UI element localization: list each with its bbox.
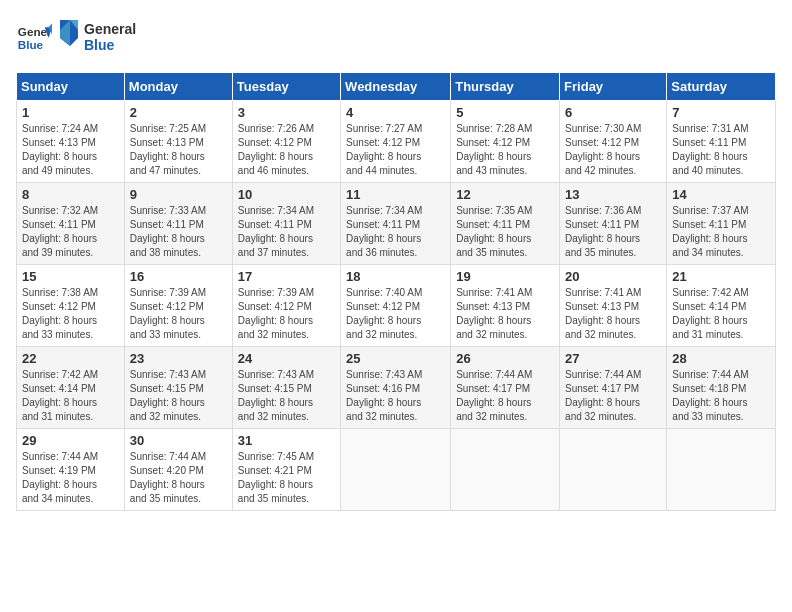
- logo-icon: General Blue: [16, 20, 52, 56]
- calendar-cell: 21 Sunrise: 7:42 AM Sunset: 4:14 PM Dayl…: [667, 265, 776, 347]
- calendar-week-5: 29 Sunrise: 7:44 AM Sunset: 4:19 PM Dayl…: [17, 429, 776, 511]
- weekday-header-sunday: Sunday: [17, 73, 125, 101]
- day-number: 13: [565, 187, 661, 202]
- weekday-header-saturday: Saturday: [667, 73, 776, 101]
- calendar-cell: 28 Sunrise: 7:44 AM Sunset: 4:18 PM Dayl…: [667, 347, 776, 429]
- day-info: Sunrise: 7:45 AM Sunset: 4:21 PM Dayligh…: [238, 450, 335, 506]
- calendar-cell: [451, 429, 560, 511]
- day-info: Sunrise: 7:44 AM Sunset: 4:19 PM Dayligh…: [22, 450, 119, 506]
- day-number: 28: [672, 351, 770, 366]
- day-number: 26: [456, 351, 554, 366]
- day-info: Sunrise: 7:34 AM Sunset: 4:11 PM Dayligh…: [346, 204, 445, 260]
- day-number: 29: [22, 433, 119, 448]
- day-info: Sunrise: 7:43 AM Sunset: 4:16 PM Dayligh…: [346, 368, 445, 424]
- day-number: 11: [346, 187, 445, 202]
- day-info: Sunrise: 7:40 AM Sunset: 4:12 PM Dayligh…: [346, 286, 445, 342]
- calendar-cell: 31 Sunrise: 7:45 AM Sunset: 4:21 PM Dayl…: [232, 429, 340, 511]
- calendar-cell: 27 Sunrise: 7:44 AM Sunset: 4:17 PM Dayl…: [560, 347, 667, 429]
- calendar-cell: 29 Sunrise: 7:44 AM Sunset: 4:19 PM Dayl…: [17, 429, 125, 511]
- day-info: Sunrise: 7:41 AM Sunset: 4:13 PM Dayligh…: [565, 286, 661, 342]
- day-info: Sunrise: 7:43 AM Sunset: 4:15 PM Dayligh…: [238, 368, 335, 424]
- calendar-cell: 12 Sunrise: 7:35 AM Sunset: 4:11 PM Dayl…: [451, 183, 560, 265]
- day-number: 20: [565, 269, 661, 284]
- calendar-cell: 17 Sunrise: 7:39 AM Sunset: 4:12 PM Dayl…: [232, 265, 340, 347]
- day-number: 21: [672, 269, 770, 284]
- day-info: Sunrise: 7:43 AM Sunset: 4:15 PM Dayligh…: [130, 368, 227, 424]
- calendar-cell: 19 Sunrise: 7:41 AM Sunset: 4:13 PM Dayl…: [451, 265, 560, 347]
- calendar-week-3: 15 Sunrise: 7:38 AM Sunset: 4:12 PM Dayl…: [17, 265, 776, 347]
- day-info: Sunrise: 7:24 AM Sunset: 4:13 PM Dayligh…: [22, 122, 119, 178]
- calendar-body: 1 Sunrise: 7:24 AM Sunset: 4:13 PM Dayli…: [17, 101, 776, 511]
- day-info: Sunrise: 7:39 AM Sunset: 4:12 PM Dayligh…: [130, 286, 227, 342]
- calendar-cell: 7 Sunrise: 7:31 AM Sunset: 4:11 PM Dayli…: [667, 101, 776, 183]
- weekday-row: SundayMondayTuesdayWednesdayThursdayFrid…: [17, 73, 776, 101]
- day-info: Sunrise: 7:30 AM Sunset: 4:12 PM Dayligh…: [565, 122, 661, 178]
- weekday-header-monday: Monday: [124, 73, 232, 101]
- day-number: 27: [565, 351, 661, 366]
- calendar-cell: 3 Sunrise: 7:26 AM Sunset: 4:12 PM Dayli…: [232, 101, 340, 183]
- day-number: 22: [22, 351, 119, 366]
- day-info: Sunrise: 7:41 AM Sunset: 4:13 PM Dayligh…: [456, 286, 554, 342]
- day-number: 1: [22, 105, 119, 120]
- day-info: Sunrise: 7:33 AM Sunset: 4:11 PM Dayligh…: [130, 204, 227, 260]
- calendar-cell: 13 Sunrise: 7:36 AM Sunset: 4:11 PM Dayl…: [560, 183, 667, 265]
- calendar-cell: 16 Sunrise: 7:39 AM Sunset: 4:12 PM Dayl…: [124, 265, 232, 347]
- day-number: 19: [456, 269, 554, 284]
- day-info: Sunrise: 7:26 AM Sunset: 4:12 PM Dayligh…: [238, 122, 335, 178]
- calendar-cell: 10 Sunrise: 7:34 AM Sunset: 4:11 PM Dayl…: [232, 183, 340, 265]
- day-number: 30: [130, 433, 227, 448]
- calendar-cell: 22 Sunrise: 7:42 AM Sunset: 4:14 PM Dayl…: [17, 347, 125, 429]
- day-number: 4: [346, 105, 445, 120]
- calendar-cell: 23 Sunrise: 7:43 AM Sunset: 4:15 PM Dayl…: [124, 347, 232, 429]
- day-info: Sunrise: 7:34 AM Sunset: 4:11 PM Dayligh…: [238, 204, 335, 260]
- day-number: 6: [565, 105, 661, 120]
- calendar-week-2: 8 Sunrise: 7:32 AM Sunset: 4:11 PM Dayli…: [17, 183, 776, 265]
- calendar-cell: 9 Sunrise: 7:33 AM Sunset: 4:11 PM Dayli…: [124, 183, 232, 265]
- svg-text:Blue: Blue: [84, 37, 115, 53]
- calendar-cell: 15 Sunrise: 7:38 AM Sunset: 4:12 PM Dayl…: [17, 265, 125, 347]
- day-info: Sunrise: 7:44 AM Sunset: 4:17 PM Dayligh…: [456, 368, 554, 424]
- calendar-cell: 18 Sunrise: 7:40 AM Sunset: 4:12 PM Dayl…: [341, 265, 451, 347]
- page-header: General Blue General Blue: [16, 16, 776, 60]
- day-info: Sunrise: 7:37 AM Sunset: 4:11 PM Dayligh…: [672, 204, 770, 260]
- day-info: Sunrise: 7:39 AM Sunset: 4:12 PM Dayligh…: [238, 286, 335, 342]
- calendar-week-1: 1 Sunrise: 7:24 AM Sunset: 4:13 PM Dayli…: [17, 101, 776, 183]
- calendar-week-4: 22 Sunrise: 7:42 AM Sunset: 4:14 PM Dayl…: [17, 347, 776, 429]
- day-number: 7: [672, 105, 770, 120]
- calendar-cell: 20 Sunrise: 7:41 AM Sunset: 4:13 PM Dayl…: [560, 265, 667, 347]
- day-number: 31: [238, 433, 335, 448]
- day-number: 17: [238, 269, 335, 284]
- day-info: Sunrise: 7:27 AM Sunset: 4:12 PM Dayligh…: [346, 122, 445, 178]
- svg-text:Blue: Blue: [18, 38, 44, 51]
- day-number: 8: [22, 187, 119, 202]
- day-info: Sunrise: 7:44 AM Sunset: 4:17 PM Dayligh…: [565, 368, 661, 424]
- calendar-cell: 8 Sunrise: 7:32 AM Sunset: 4:11 PM Dayli…: [17, 183, 125, 265]
- calendar-cell: 25 Sunrise: 7:43 AM Sunset: 4:16 PM Dayl…: [341, 347, 451, 429]
- day-info: Sunrise: 7:25 AM Sunset: 4:13 PM Dayligh…: [130, 122, 227, 178]
- day-info: Sunrise: 7:42 AM Sunset: 4:14 PM Dayligh…: [22, 368, 119, 424]
- calendar-cell: 6 Sunrise: 7:30 AM Sunset: 4:12 PM Dayli…: [560, 101, 667, 183]
- day-number: 5: [456, 105, 554, 120]
- day-number: 9: [130, 187, 227, 202]
- logo: General Blue General Blue: [16, 16, 146, 60]
- day-info: Sunrise: 7:44 AM Sunset: 4:20 PM Dayligh…: [130, 450, 227, 506]
- calendar-cell: [667, 429, 776, 511]
- calendar-cell: 2 Sunrise: 7:25 AM Sunset: 4:13 PM Dayli…: [124, 101, 232, 183]
- day-info: Sunrise: 7:31 AM Sunset: 4:11 PM Dayligh…: [672, 122, 770, 178]
- weekday-header-thursday: Thursday: [451, 73, 560, 101]
- logo-full: General Blue: [56, 16, 146, 60]
- day-info: Sunrise: 7:38 AM Sunset: 4:12 PM Dayligh…: [22, 286, 119, 342]
- calendar-cell: 14 Sunrise: 7:37 AM Sunset: 4:11 PM Dayl…: [667, 183, 776, 265]
- day-info: Sunrise: 7:42 AM Sunset: 4:14 PM Dayligh…: [672, 286, 770, 342]
- day-number: 18: [346, 269, 445, 284]
- day-number: 2: [130, 105, 227, 120]
- day-info: Sunrise: 7:36 AM Sunset: 4:11 PM Dayligh…: [565, 204, 661, 260]
- day-number: 10: [238, 187, 335, 202]
- calendar-cell: 24 Sunrise: 7:43 AM Sunset: 4:15 PM Dayl…: [232, 347, 340, 429]
- day-info: Sunrise: 7:35 AM Sunset: 4:11 PM Dayligh…: [456, 204, 554, 260]
- calendar-cell: [341, 429, 451, 511]
- day-number: 12: [456, 187, 554, 202]
- calendar-cell: 4 Sunrise: 7:27 AM Sunset: 4:12 PM Dayli…: [341, 101, 451, 183]
- calendar-cell: 1 Sunrise: 7:24 AM Sunset: 4:13 PM Dayli…: [17, 101, 125, 183]
- calendar-header: SundayMondayTuesdayWednesdayThursdayFrid…: [17, 73, 776, 101]
